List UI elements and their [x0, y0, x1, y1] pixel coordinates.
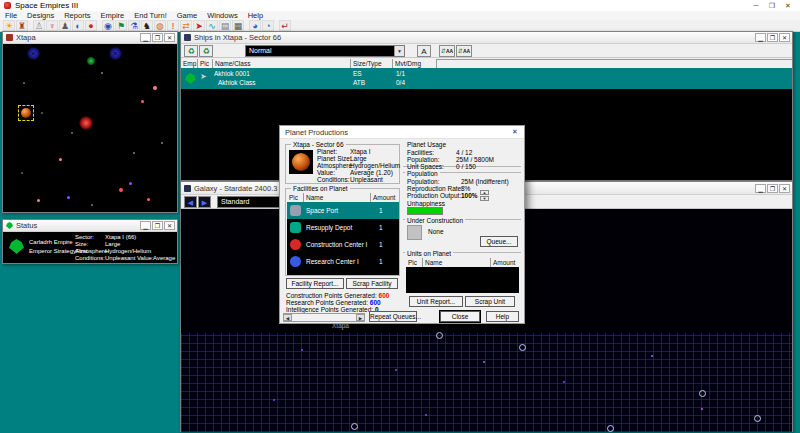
facility-icon — [290, 239, 301, 250]
star-dot — [59, 158, 62, 161]
close-icon[interactable]: ✕ — [164, 33, 175, 42]
colony-figure-icon[interactable]: ♜ — [16, 20, 28, 31]
zoom-in-icon[interactable]: ▶ — [198, 196, 211, 208]
system-circle[interactable] — [436, 332, 443, 339]
menu-file[interactable]: File — [0, 11, 22, 20]
refresh-orders-icon[interactable]: ♻ — [184, 45, 198, 57]
queue-button[interactable]: Queue... — [480, 236, 518, 247]
system-circle[interactable] — [351, 423, 358, 430]
globe-night-icon[interactable]: ◔ — [262, 20, 274, 31]
clear-orders-icon[interactable]: ♻ — [199, 45, 213, 57]
red-globe-icon[interactable]: ● — [85, 20, 97, 31]
unhappiness-bar — [407, 207, 443, 215]
chevron-down-icon[interactable]: ▼ — [394, 46, 404, 56]
minimize-icon[interactable]: ▁ — [140, 33, 151, 42]
globe-day-icon[interactable]: ◕ — [249, 20, 261, 31]
grid-icon[interactable]: ▦ — [232, 20, 244, 31]
ships-titlebar[interactable]: Ships in Xtapa - Sector 66 ▁ ❐ ✕ — [181, 32, 792, 44]
end-turn-icon[interactable]: ↵ — [279, 20, 291, 31]
ships-filter-select[interactable]: Normal ▼ — [245, 45, 405, 57]
close-icon[interactable]: ✕ — [779, 33, 790, 42]
scrap-unit-button[interactable]: Scrap Unit — [465, 296, 515, 307]
shaded-globe-icon[interactable]: ◍ — [154, 20, 166, 31]
scroll-right-icon[interactable]: ▶ — [356, 314, 365, 321]
selected-planet-box[interactable] — [18, 105, 34, 121]
scrap-facility-button[interactable]: Scrap Facility — [346, 278, 398, 289]
alert-icon[interactable]: ! — [167, 20, 179, 31]
facility-row[interactable]: Construction Center I 1 — [287, 236, 399, 253]
population-label: Population: — [407, 178, 461, 185]
facility-icon — [290, 222, 301, 233]
spinner-down-icon[interactable]: ▼ — [480, 196, 489, 201]
globe-icon[interactable]: ◐ — [72, 20, 84, 31]
facility-report-button[interactable]: Facility Report... — [286, 278, 344, 289]
red-star-glow[interactable] — [79, 116, 93, 130]
menu-help[interactable]: Help — [243, 11, 268, 20]
maximize-icon[interactable]: ❐ — [152, 221, 163, 230]
menu-empire[interactable]: Empire — [95, 11, 129, 20]
menu-end-turn[interactable]: End Turn! — [129, 11, 172, 20]
empire-race-icon — [9, 239, 24, 254]
scroll-left-icon[interactable]: ◀ — [283, 314, 292, 321]
sun-icon[interactable]: ☀ — [3, 20, 15, 31]
maximize-icon[interactable]: ❐ — [766, 2, 778, 10]
maximize-icon[interactable]: ❐ — [152, 33, 163, 42]
flask-icon[interactable]: ⚗ — [128, 20, 140, 31]
zoom-out-icon[interactable]: ◀ — [184, 196, 197, 208]
facility-row-selected[interactable]: Space Port 1 — [287, 202, 399, 219]
dialog-titlebar[interactable]: Planet Productions ✕ — [280, 126, 524, 139]
warp-point-icon[interactable]: ✕ — [109, 47, 122, 60]
close-icon[interactable]: ✕ — [508, 128, 522, 136]
xtapa-titlebar[interactable]: Xtapa ▁ ❐ ✕ — [3, 32, 177, 44]
knight-icon[interactable]: ♞ — [141, 20, 153, 31]
system-circle[interactable] — [699, 390, 706, 397]
minimize-icon[interactable]: ▁ — [755, 33, 766, 42]
minimize-icon[interactable]: ▁ — [755, 184, 766, 193]
sort-ascending-icon[interactable]: ⇵AA — [439, 45, 455, 57]
ship-icon[interactable]: ➤ — [193, 20, 205, 31]
close-button[interactable]: Close — [440, 311, 480, 322]
star-dot — [273, 399, 275, 401]
close-icon[interactable]: ✕ — [779, 184, 790, 193]
transfer-arrows-icon[interactable]: ⇄ — [180, 20, 192, 31]
status-client: Carladrh Empire Emperor StrategyFirst Se… — [3, 232, 177, 263]
font-icon[interactable]: A — [417, 45, 431, 57]
planet-size-value: Large — [350, 155, 367, 162]
horizontal-scrollbar[interactable]: ◀ ▶ — [283, 313, 365, 322]
status-titlebar[interactable]: Status ▁ ❐ ✕ — [3, 220, 177, 232]
menu-reports[interactable]: Reports — [59, 11, 95, 20]
notes-icon[interactable]: ▤ — [219, 20, 231, 31]
person-icon[interactable]: ♙ — [33, 20, 45, 31]
spinner-up-icon[interactable]: ▲ — [480, 190, 489, 195]
sector-value: Xtapa I (66) — [105, 234, 136, 240]
unit-report-button[interactable]: Unit Report... — [409, 296, 463, 307]
ship-row-selected[interactable]: ➤ Akhiok 0001 ES 1/1 Akhiok Class ATB 0/… — [181, 68, 792, 89]
menu-windows[interactable]: Windows — [202, 11, 242, 20]
system-circle[interactable] — [519, 344, 526, 351]
trident-icon[interactable]: ♆ — [46, 20, 58, 31]
planet-sphere — [21, 108, 31, 118]
units-list[interactable] — [406, 267, 519, 293]
pawn-icon[interactable]: ♟ — [59, 20, 71, 31]
system-circle[interactable] — [754, 415, 761, 422]
system-circle[interactable] — [607, 425, 614, 432]
facility-row[interactable]: Research Center I 1 — [287, 253, 399, 270]
warp-point-icon[interactable]: ✕ — [27, 47, 40, 60]
minimize-icon[interactable]: ▁ — [140, 221, 151, 230]
facility-row[interactable]: Resupply Depot 1 — [287, 219, 399, 236]
planet-icon[interactable]: ◉ — [102, 20, 114, 31]
menu-designs[interactable]: Designs — [22, 11, 59, 20]
system-map[interactable]: ✕ ✕ — [3, 44, 177, 212]
close-icon[interactable]: ✕ — [782, 2, 794, 10]
help-button[interactable]: Help — [486, 311, 519, 322]
wave-icon[interactable]: ∿ — [206, 20, 218, 31]
repeat-queues-button[interactable]: Repeat Queues... — [369, 311, 417, 322]
flag-icon[interactable]: ⚑ — [115, 20, 127, 31]
close-icon[interactable]: ✕ — [164, 221, 175, 230]
sort-descending-icon[interactable]: ⇵AA — [456, 45, 472, 57]
maximize-icon[interactable]: ❐ — [767, 184, 778, 193]
green-planet-dot[interactable] — [87, 57, 95, 65]
menu-game[interactable]: Game — [172, 11, 202, 20]
minimize-icon[interactable]: ─ — [750, 2, 762, 10]
maximize-icon[interactable]: ❐ — [767, 33, 778, 42]
